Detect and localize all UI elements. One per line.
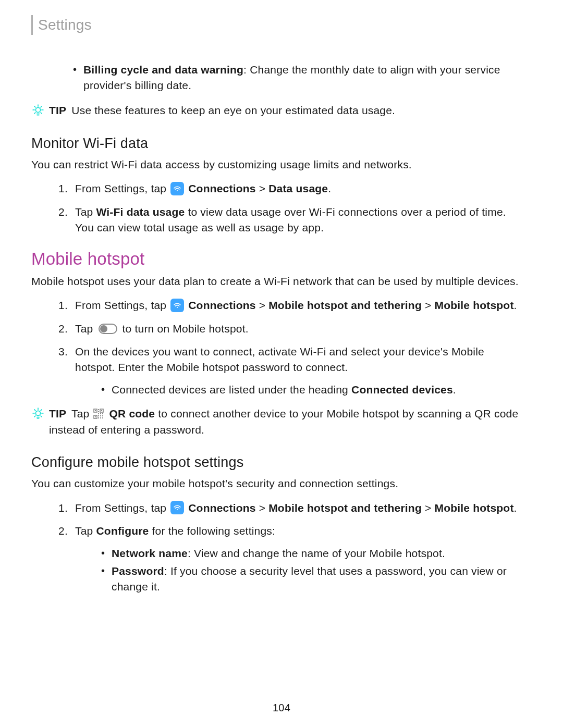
svg-rect-38: [102, 417, 103, 418]
sub-bold: Network name: [112, 547, 188, 559]
svg-point-39: [177, 509, 178, 510]
tip-label: TIP: [49, 408, 66, 419]
svg-point-10: [177, 190, 178, 191]
page-header: Settings: [31, 15, 524, 36]
section-heading-monitor: Monitor Wi-Fi data: [31, 133, 524, 154]
list-item: Tap Configure for the following settings…: [58, 523, 524, 595]
page-number: 104: [0, 700, 563, 715]
billing-bullet-list: Billing cycle and data warning: Change t…: [72, 62, 524, 94]
svg-rect-35: [102, 415, 103, 416]
step-bold: Mobile hotspot: [434, 502, 513, 514]
list-item: Billing cycle and data warning: Change t…: [72, 62, 524, 94]
svg-line-7: [41, 113, 42, 114]
step-sep: >: [256, 502, 269, 514]
svg-line-16: [34, 410, 35, 411]
step-text: Tap: [75, 323, 96, 335]
list-item: From Settings, tap Connections > Data us…: [58, 181, 524, 196]
hotspot-steps: From Settings, tap Connections > Mobile …: [58, 298, 524, 398]
svg-line-4: [34, 106, 35, 107]
step-bold: Configure: [96, 525, 149, 537]
header-accent-bar: [31, 15, 33, 35]
sub-bullet-list: Network name: View and change the name o…: [100, 546, 524, 595]
svg-line-5: [41, 106, 42, 107]
list-item: Tap Wi-Fi data usage to view data usage …: [58, 204, 524, 236]
svg-rect-23: [95, 410, 96, 411]
svg-rect-30: [98, 413, 99, 414]
step-bold: Connections: [188, 182, 255, 194]
step-text: .: [514, 299, 517, 311]
sub-text: : If you choose a security level that us…: [112, 565, 507, 593]
step-text: to turn on Mobile hotspot.: [119, 323, 249, 335]
wifi-icon: [170, 299, 184, 312]
step-text: for the following settings:: [149, 525, 275, 537]
step-bold: Mobile hotspot: [434, 299, 513, 311]
section-intro: Mobile hotspot uses your data plan to cr…: [31, 274, 524, 289]
tip-text: TIP Tap QR code to connect another devic…: [49, 406, 524, 438]
toggle-off-icon: [99, 324, 117, 334]
svg-rect-36: [98, 417, 99, 418]
svg-rect-32: [102, 413, 103, 414]
svg-rect-37: [100, 417, 101, 418]
step-text: .: [328, 182, 331, 194]
step-sep: >: [256, 182, 269, 194]
svg-rect-25: [101, 410, 102, 411]
step-bold: Connections: [188, 299, 255, 311]
section-intro: You can restrict Wi-Fi data access by cu…: [31, 157, 524, 172]
sub-bullet-list: Connected devices are listed under the h…: [100, 382, 524, 398]
list-item: From Settings, tap Connections > Mobile …: [58, 500, 524, 516]
monitor-steps: From Settings, tap Connections > Data us…: [58, 181, 524, 236]
step-text: From Settings, tap: [75, 502, 169, 514]
wifi-icon: [170, 501, 184, 514]
configure-steps: From Settings, tap Connections > Mobile …: [58, 500, 524, 595]
list-item: Network name: View and change the name o…: [100, 546, 524, 561]
header-title: Settings: [38, 15, 92, 36]
lightbulb-icon: [31, 104, 45, 117]
step-sep: >: [422, 299, 435, 311]
step-bold: Connections: [188, 502, 255, 514]
sub-bold: Password: [112, 565, 164, 577]
list-item: From Settings, tap Connections > Mobile …: [58, 298, 524, 313]
step-bold: Wi-Fi data usage: [96, 206, 185, 218]
sub-bold: Connected devices: [351, 384, 453, 396]
svg-line-17: [41, 410, 42, 411]
svg-point-11: [177, 306, 178, 307]
list-item: On the devices you want to connect, acti…: [58, 344, 524, 398]
tip-label: TIP: [49, 104, 66, 116]
sub-text: Connected devices are listed under the h…: [112, 384, 351, 396]
bullet-label: Billing cycle and data warning: [83, 64, 243, 76]
step-sep: >: [422, 502, 435, 514]
svg-line-18: [34, 416, 35, 417]
tip-row: TIP Use these features to keep an eye on…: [31, 103, 524, 118]
svg-rect-31: [100, 413, 101, 414]
list-item: Connected devices are listed under the h…: [100, 382, 524, 398]
tip-bold: QR code: [109, 408, 155, 419]
section-intro: You can customize your mobile hotspot's …: [31, 476, 524, 491]
section-heading-configure: Configure mobile hotspot settings: [31, 452, 524, 473]
section-heading-hotspot: Mobile hotspot: [31, 246, 524, 272]
step-sep: >: [256, 299, 269, 311]
step-text: .: [514, 502, 517, 514]
svg-point-12: [35, 411, 40, 416]
list-item: Tap to turn on Mobile hotspot.: [58, 321, 524, 337]
tip-body: Tap: [71, 408, 93, 419]
step-bold: Mobile hotspot and tethering: [268, 299, 422, 311]
step-text: Tap: [75, 525, 96, 537]
sub-text: : View and change the name of your Mobil…: [188, 547, 445, 559]
step-bold: Data usage: [268, 182, 328, 194]
list-item: Password: If you choose a security level…: [100, 563, 524, 595]
step-text: Tap: [75, 206, 96, 218]
svg-rect-29: [98, 411, 99, 412]
svg-rect-28: [98, 409, 99, 410]
svg-rect-34: [100, 415, 101, 416]
step-bold: Mobile hotspot and tethering: [268, 502, 422, 514]
svg-line-19: [41, 416, 42, 417]
step-text: From Settings, tap: [75, 299, 169, 311]
tip-text: TIP Use these features to keep an eye on…: [49, 103, 524, 118]
sub-text: .: [453, 384, 456, 396]
svg-rect-27: [95, 416, 96, 417]
wifi-icon: [170, 182, 184, 195]
svg-line-6: [34, 113, 35, 114]
tip-row: TIP Tap QR code to connect another devic…: [31, 406, 524, 438]
svg-point-0: [35, 108, 40, 113]
qr-code-icon: [93, 409, 105, 420]
